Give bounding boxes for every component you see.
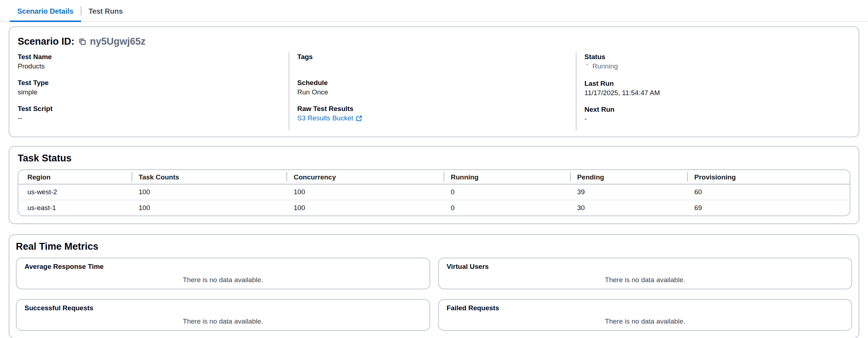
cell-concurrency: 100: [286, 184, 444, 200]
field-value: --: [18, 114, 289, 123]
cell-region: us-west-2: [18, 184, 132, 200]
column-header-task-counts: Task Counts: [132, 170, 286, 184]
task-status-table-container: Region Task Counts Concurrency Running P…: [18, 169, 850, 216]
table-row: us-east-1 100 100 0 30 69: [18, 200, 850, 215]
field-label: Test Script: [18, 104, 289, 114]
field-test-name: Test Name Products: [18, 52, 289, 71]
cell-provisioning: 69: [687, 200, 850, 215]
field-value: Products: [18, 62, 289, 71]
column-header-pending: Pending: [570, 170, 687, 184]
real-time-metrics-card: Real Time Metrics Average Response Time …: [9, 234, 859, 338]
field-value: -: [584, 114, 850, 124]
field-value: Run Once: [297, 88, 576, 97]
field-tags: Tags: [297, 52, 576, 71]
copy-icon: [78, 37, 86, 46]
metric-title: Failed Requests: [447, 304, 844, 312]
column-header-running: Running: [444, 170, 570, 184]
field-value: [297, 62, 576, 71]
scenario-column-1: Test Name Products Test Type simple Test…: [18, 52, 289, 131]
field-last-run: Last Run 11/17/2025, 11:54:47 AM: [584, 79, 850, 98]
cell-pending: 30: [570, 200, 687, 215]
cell-task-counts: 100: [132, 184, 286, 200]
scenario-details-card: Scenario ID: ny5Ugwj65z Test Name Produc…: [9, 26, 859, 137]
field-raw-test-results: Raw Test Results S3 Results Bucket: [297, 104, 576, 123]
metric-empty-text: There is no data available.: [447, 317, 844, 325]
field-label: Raw Test Results: [297, 104, 576, 114]
field-label: Next Run: [584, 105, 850, 114]
metric-card-virtual-users: Virtual Users There is no data available…: [438, 258, 853, 289]
tab-test-runs[interactable]: Test Runs: [81, 0, 130, 22]
scenario-field-columns: Test Name Products Test Type simple Test…: [18, 52, 850, 131]
cell-concurrency: 100: [286, 200, 444, 215]
tab-label: Test Runs: [89, 7, 123, 15]
field-label: Status: [584, 52, 850, 62]
cell-task-counts: 100: [132, 200, 286, 215]
field-test-script: Test Script --: [18, 104, 289, 123]
cell-running: 0: [444, 200, 570, 215]
cell-provisioning: 60: [687, 184, 850, 200]
field-label: Last Run: [584, 79, 850, 88]
scenario-id-value: ny5Ugwj65z: [90, 36, 146, 47]
s3-results-bucket-link[interactable]: S3 Results Bucket: [297, 114, 362, 123]
field-label: Schedule: [297, 78, 576, 88]
real-time-metrics-heading: Real Time Metrics: [16, 241, 852, 252]
metric-empty-text: There is no data available.: [25, 317, 422, 325]
scenario-id-label: Scenario ID:: [18, 36, 75, 47]
metric-title: Virtual Users: [447, 263, 844, 271]
metric-card-average-response-time: Average Response Time There is no data a…: [16, 258, 430, 289]
scenario-heading: Scenario ID: ny5Ugwj65z: [18, 36, 850, 47]
field-label: Tags: [297, 52, 576, 62]
metric-card-successful-requests: Successful Requests There is no data ava…: [16, 299, 430, 331]
field-test-type: Test Type simple: [18, 78, 289, 97]
column-header-region: Region: [18, 170, 132, 184]
metric-title: Average Response Time: [25, 263, 422, 271]
task-status-card: Task Status Region Task Counts Concurren…: [9, 146, 859, 224]
field-value: simple: [18, 88, 289, 97]
table-row: us-west-2 100 100 0 39 60: [18, 184, 850, 200]
spinner-icon: [584, 64, 590, 69]
tab-label: Scenario Details: [17, 7, 74, 15]
field-schedule: Schedule Run Once: [297, 78, 576, 97]
task-status-heading: Task Status: [18, 152, 850, 164]
task-status-table: Region Task Counts Concurrency Running P…: [18, 170, 850, 215]
metrics-grid: Average Response Time There is no data a…: [16, 258, 852, 331]
tab-scenario-details[interactable]: Scenario Details: [10, 0, 81, 22]
metric-card-failed-requests: Failed Requests There is no data availab…: [438, 299, 853, 331]
cell-running: 0: [444, 184, 570, 200]
field-next-run: Next Run -: [584, 105, 850, 124]
column-header-concurrency: Concurrency: [286, 170, 444, 184]
column-header-provisioning: Provisioning: [687, 170, 850, 184]
status-text: Running: [592, 62, 618, 71]
copy-scenario-id-button[interactable]: [78, 37, 86, 46]
field-label: Test Type: [18, 78, 289, 88]
metric-empty-text: There is no data available.: [25, 276, 422, 284]
field-value: 11/17/2025, 11:54:47 AM: [584, 88, 850, 98]
external-link-icon: [356, 115, 362, 122]
cell-region: us-east-1: [18, 200, 132, 215]
table-header-row: Region Task Counts Concurrency Running P…: [18, 170, 850, 184]
field-label: Test Name: [18, 52, 289, 62]
field-status: Status Running: [584, 52, 850, 72]
tab-bar: Scenario Details Test Runs: [0, 0, 868, 22]
scenario-column-3: Status Running Last Run 11/17/2025, 11:5…: [576, 52, 850, 131]
metric-empty-text: There is no data available.: [447, 276, 844, 284]
metric-title: Successful Requests: [25, 304, 422, 312]
cell-pending: 39: [570, 184, 687, 200]
scenario-column-2: Tags Schedule Run Once Raw Test Results …: [289, 52, 576, 131]
link-label: S3 Results Bucket: [297, 114, 353, 123]
